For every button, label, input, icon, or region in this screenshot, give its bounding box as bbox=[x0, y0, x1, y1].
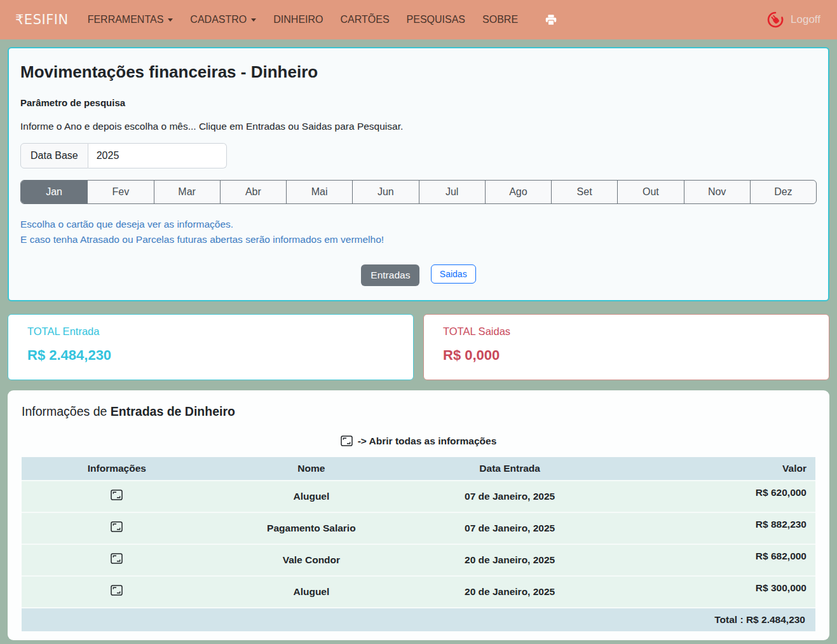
cell-valor: R$ 300,000 bbox=[609, 576, 815, 608]
month-tab-jul[interactable]: Jul bbox=[419, 181, 485, 203]
page-title: Movimentações financeiras - Dinheiro bbox=[20, 62, 817, 82]
menu-item-sobre[interactable]: SOBRE bbox=[482, 14, 518, 25]
saidas-button[interactable]: Saidas bbox=[431, 264, 476, 284]
hint-line-2: E caso tenha Atrasado ou Parcelas futura… bbox=[20, 232, 817, 247]
search-buttons: Entradas Saidas bbox=[20, 264, 817, 286]
month-selector: Jan Fev Mar Abr Mai Jun Jul Ago Set Out … bbox=[20, 180, 817, 204]
row-expand-icon[interactable] bbox=[111, 521, 123, 532]
cell-nome: Aluguel bbox=[212, 576, 411, 608]
caret-down-icon bbox=[251, 18, 256, 22]
table-row: Aluguel 07 de Janeiro, 2025 R$ 620,000 bbox=[22, 481, 815, 512]
printer-icon[interactable] bbox=[544, 14, 558, 26]
cell-nome: Aluguel bbox=[212, 481, 411, 512]
data-base-group: Data Base bbox=[20, 143, 227, 168]
total-entrada-card: TOTAL Entrada R$ 2.484,230 bbox=[8, 314, 414, 380]
table-total-row: Total : R$ 2.484,230 bbox=[22, 608, 815, 631]
cell-nome: Vale Condor bbox=[212, 544, 411, 576]
details-panel: Informações de Entradas de Dinheiro -> A… bbox=[8, 390, 829, 640]
year-input[interactable] bbox=[88, 143, 227, 168]
cell-valor: R$ 682,000 bbox=[609, 544, 815, 576]
header-nome: Nome bbox=[212, 457, 411, 481]
header-data-entrada: Data Entrada bbox=[411, 457, 609, 481]
logoff-label: Logoff bbox=[791, 13, 820, 26]
menu-item-dinheiro[interactable]: DINHEIRO bbox=[273, 14, 323, 25]
row-expand-icon[interactable] bbox=[111, 553, 123, 564]
menu-item-ferramentas[interactable]: FERRAMENTAS bbox=[88, 14, 174, 25]
caret-down-icon bbox=[168, 18, 173, 22]
table-total-label: Total : R$ 2.484,230 bbox=[22, 608, 815, 631]
plug-icon bbox=[765, 10, 786, 30]
param-subtitle: Parâmetro de pesquisa bbox=[20, 97, 817, 108]
cell-valor: R$ 620,000 bbox=[609, 481, 815, 512]
month-tab-nov[interactable]: Nov bbox=[684, 181, 750, 203]
menu-item-cadastro[interactable]: CADASTRO bbox=[190, 14, 256, 25]
expand-all-line: -> Abrir todas as informações bbox=[22, 435, 815, 447]
search-panel: Movimentações financeiras - Dinheiro Par… bbox=[8, 47, 829, 301]
cell-data: 07 de Janeiro, 2025 bbox=[411, 512, 609, 544]
table-row: Vale Condor 20 de Janeiro, 2025 R$ 682,0… bbox=[22, 544, 815, 576]
total-entrada-value: R$ 2.484,230 bbox=[27, 347, 394, 364]
month-tab-ago[interactable]: Ago bbox=[485, 181, 551, 203]
month-tab-abr[interactable]: Abr bbox=[220, 181, 286, 203]
totals-row: TOTAL Entrada R$ 2.484,230 TOTAL Saidas … bbox=[8, 314, 829, 380]
table-row: Pagamento Salario 07 de Janeiro, 2025 R$… bbox=[22, 512, 815, 544]
total-entrada-label: TOTAL Entrada bbox=[27, 325, 394, 338]
total-saidas-value: R$ 0,000 bbox=[443, 347, 810, 364]
row-expand-icon[interactable] bbox=[111, 585, 123, 596]
window-expand-icon[interactable] bbox=[341, 435, 353, 446]
row-expand-icon[interactable] bbox=[111, 490, 123, 500]
cell-valor: R$ 882,230 bbox=[609, 512, 815, 544]
month-tab-dez[interactable]: Dez bbox=[750, 181, 816, 203]
hint-text: Escolha o cartão que deseja ver as infor… bbox=[20, 217, 817, 248]
month-tab-fev[interactable]: Fev bbox=[87, 181, 153, 203]
table-row: Aluguel 20 de Janeiro, 2025 R$ 300,000 bbox=[22, 576, 815, 608]
entradas-button[interactable]: Entradas bbox=[361, 264, 419, 286]
month-tab-jan[interactable]: Jan bbox=[21, 181, 87, 203]
month-tab-set[interactable]: Set bbox=[551, 181, 617, 203]
table-header-row: Informações Nome Data Entrada Valor bbox=[22, 457, 815, 481]
total-saidas-label: TOTAL Saidas bbox=[443, 325, 810, 338]
param-instruction: Informe o Ano e depois escolha o mês... … bbox=[20, 121, 817, 132]
main-menu: FERRAMENTAS CADASTRO DINHEIRO CARTÕES PE… bbox=[88, 14, 558, 26]
logoff-button[interactable]: Logoff bbox=[765, 10, 820, 30]
month-tab-out[interactable]: Out bbox=[617, 181, 683, 203]
menu-item-pesquisas[interactable]: PESQUISAS bbox=[407, 14, 465, 25]
movements-table: Informações Nome Data Entrada Valor Alug… bbox=[22, 457, 815, 631]
header-valor: Valor bbox=[609, 457, 815, 481]
details-heading: Informações de Entradas de Dinheiro bbox=[22, 404, 815, 419]
cell-nome: Pagamento Salario bbox=[212, 512, 411, 544]
month-tab-mar[interactable]: Mar bbox=[154, 181, 220, 203]
header-informacoes: Informações bbox=[22, 457, 212, 481]
hint-line-1: Escolha o cartão que deseja ver as infor… bbox=[20, 217, 817, 232]
data-base-label: Data Base bbox=[20, 143, 88, 168]
month-tab-jun[interactable]: Jun bbox=[352, 181, 418, 203]
brand-logo[interactable]: ₹ESIFIN bbox=[15, 12, 69, 27]
cell-data: 20 de Janeiro, 2025 bbox=[411, 576, 609, 608]
cell-data: 07 de Janeiro, 2025 bbox=[411, 481, 609, 512]
cell-data: 20 de Janeiro, 2025 bbox=[411, 544, 609, 576]
total-saidas-card: TOTAL Saidas R$ 0,000 bbox=[423, 314, 829, 380]
menu-item-cartoes[interactable]: CARTÕES bbox=[341, 14, 390, 25]
month-tab-mai[interactable]: Mai bbox=[286, 181, 352, 203]
expand-all-label: -> Abrir todas as informações bbox=[358, 435, 497, 447]
top-navbar: ₹ESIFIN FERRAMENTAS CADASTRO DINHEIRO CA… bbox=[0, 0, 837, 39]
